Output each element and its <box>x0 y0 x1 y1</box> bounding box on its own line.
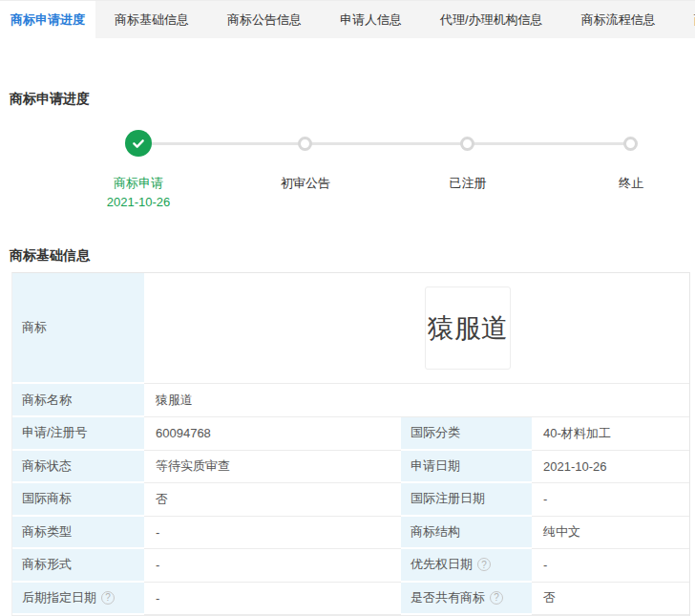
row-label: 国际商标 <box>12 483 144 517</box>
tab-trademark-gazette-info[interactable]: 商标公告信息 <box>208 1 321 38</box>
row-value: 等待实质审查 <box>144 451 401 484</box>
row-label: 申请日期 <box>401 451 532 484</box>
row-label-text: 优先权日期 <box>411 556 473 573</box>
table-row-trademark-form: 商标形式 - 优先权日期 ? - <box>12 549 689 583</box>
basic-info-section-title: 商标基础信息 <box>10 245 695 265</box>
row-value: - <box>144 583 401 616</box>
trademark-basic-info-table: 商标 猿服道 商标名称 猿服道 申请/注册号 60094768 国际分类 40-… <box>11 272 690 616</box>
row-label: 商标形式 <box>12 549 144 583</box>
row-value: 猿服道 <box>144 384 689 417</box>
row-value: 2021-10-26 <box>532 451 689 484</box>
step-name: 商标申请 <box>107 174 171 193</box>
row-label: 是否共有商标 ? <box>401 583 532 616</box>
row-value: 否 <box>532 583 689 616</box>
row-label-text: 后期指定日期 <box>22 589 96 606</box>
table-row-trademark-type: 商标类型 - 商标结构 纯中文 <box>12 517 689 550</box>
step-node-pending-3 <box>623 137 638 151</box>
step-label-registered: 已注册 <box>450 174 487 193</box>
checkmark-icon <box>131 136 146 151</box>
trademark-image: 猿服道 <box>425 287 511 370</box>
row-label: 后期指定日期 ? <box>12 583 144 616</box>
step-date: 2021-10-26 <box>107 193 171 212</box>
step-label-application: 商标申请 2021-10-26 <box>107 174 171 212</box>
row-label: 商标状态 <box>12 451 144 484</box>
table-row-trademark-status: 商标状态 等待实质审查 申请日期 2021-10-26 <box>12 451 689 484</box>
tab-bar: 商标申请进度 商标基础信息 商标公告信息 申请人信息 代理/办理机构信息 商标流… <box>0 0 695 38</box>
progress-section-title: 商标申请进度 <box>10 89 695 108</box>
row-value: 60094768 <box>144 417 401 451</box>
row-label: 商标结构 <box>401 517 532 550</box>
row-value: 40-材料加工 <box>532 417 689 451</box>
help-icon[interactable]: ? <box>490 591 503 605</box>
row-value: - <box>532 483 689 517</box>
row-value: 否 <box>144 483 401 517</box>
row-label: 商标 <box>12 273 144 384</box>
row-value: - <box>144 549 401 583</box>
table-row-international-trademark: 国际商标 否 国际注册日期 - <box>12 483 689 517</box>
row-label: 申请/注册号 <box>12 417 144 451</box>
tab-trademark-basic-info[interactable]: 商标基础信息 <box>95 1 208 38</box>
row-label: 商标类型 <box>12 517 144 550</box>
step-node-pending-2 <box>460 137 474 151</box>
help-icon[interactable]: ? <box>101 591 115 605</box>
row-value: - <box>532 549 689 583</box>
trademark-image-cell: 猿服道 <box>144 273 689 384</box>
stepper-track <box>138 142 631 145</box>
help-icon[interactable]: ? <box>477 558 491 571</box>
row-label: 商标名称 <box>12 384 144 417</box>
table-row-later-designation-date: 后期指定日期 ? - 是否共有商标 ? 否 <box>12 583 689 616</box>
row-value: 纯中文 <box>532 517 689 550</box>
row-label: 优先权日期 ? <box>401 549 532 583</box>
tab-agency-info[interactable]: 代理/办理机构信息 <box>421 1 562 38</box>
step-label-terminated: 终止 <box>619 174 643 193</box>
tab-trademark-progress[interactable]: 商标申请进度 <box>0 1 95 38</box>
step-node-pending-1 <box>298 137 312 151</box>
table-row-trademark-image: 商标 猿服道 <box>12 273 689 384</box>
row-label: 国际注册日期 <box>401 483 532 517</box>
tab-trademark-process-info[interactable]: 商标流程信息 <box>562 1 675 38</box>
step-label-preliminary-gazette: 初审公告 <box>281 174 330 193</box>
table-row-registration-number: 申请/注册号 60094768 国际分类 40-材料加工 <box>12 417 689 451</box>
tab-applicant-info[interactable]: 申请人信息 <box>321 1 421 38</box>
row-label: 国际分类 <box>401 417 532 451</box>
row-label-text: 是否共有商标 <box>411 589 485 606</box>
tab-goods-services[interactable]: 商品/服务项 <box>675 1 695 38</box>
table-row-trademark-name: 商标名称 猿服道 <box>12 384 689 417</box>
row-value: - <box>144 517 401 550</box>
step-node-completed <box>125 130 152 157</box>
application-progress-stepper: 商标申请 2021-10-26 初审公告 已注册 终止 <box>0 114 695 214</box>
